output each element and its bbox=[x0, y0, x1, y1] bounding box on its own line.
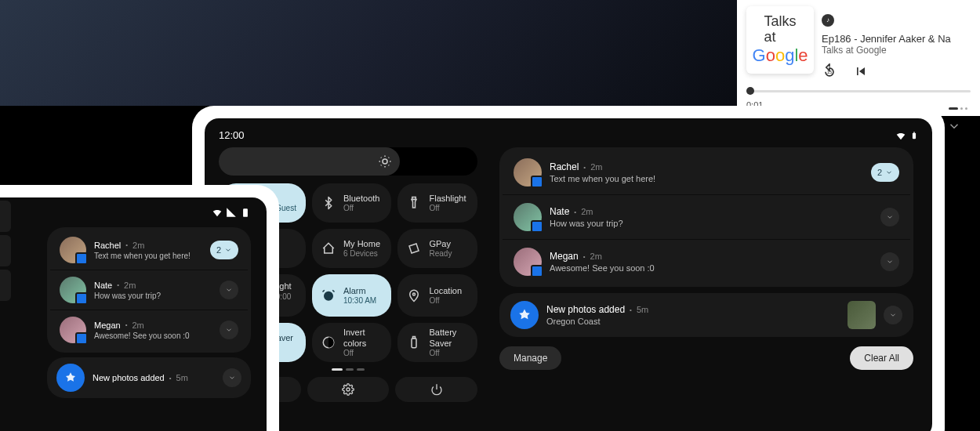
expand-toggle[interactable] bbox=[220, 321, 238, 339]
qs-tile-location[interactable]: LocationOff bbox=[397, 274, 477, 317]
invert-icon bbox=[321, 335, 336, 350]
brightness-icon bbox=[378, 154, 392, 168]
svg-point-12 bbox=[347, 388, 350, 391]
power-button[interactable] bbox=[395, 377, 477, 402]
bluetooth-icon bbox=[321, 196, 336, 210]
alarm-icon bbox=[321, 288, 336, 302]
qs-tile-gpay[interactable]: GPayReady bbox=[397, 229, 477, 268]
notif-title: New photos added bbox=[546, 304, 625, 315]
qs-tile-invert[interactable]: Invert colorsOff bbox=[312, 323, 392, 362]
qs-tile-home[interactable]: My Home6 Devices bbox=[312, 229, 392, 268]
home-icon bbox=[321, 241, 336, 255]
clear-all-button[interactable]: Clear All bbox=[850, 346, 913, 370]
svg-point-3 bbox=[383, 159, 387, 164]
message-notification[interactable]: Nate•2mHow was your trip? bbox=[50, 270, 248, 310]
expand-toggle[interactable] bbox=[880, 208, 899, 226]
media-album-art: Talksat Google bbox=[746, 6, 814, 74]
flashlight-icon bbox=[407, 196, 421, 210]
clock: 12:00 bbox=[219, 129, 245, 141]
qs-tile-alarm[interactable]: Alarm10:30 AM bbox=[312, 274, 392, 317]
phone-device: Rachel•2mText me when you get here!2Nate… bbox=[0, 185, 279, 431]
svg-rect-10 bbox=[412, 339, 416, 348]
messages-badge-icon bbox=[531, 220, 543, 233]
messages-badge-icon bbox=[531, 176, 543, 188]
status-bar: 12:00 bbox=[219, 129, 918, 141]
message-notification[interactable]: Megan•2mAwesome! See you soon :0 bbox=[50, 310, 248, 350]
battery-status-icon bbox=[910, 130, 918, 141]
media-pager bbox=[949, 107, 967, 110]
gpay-icon bbox=[407, 241, 421, 255]
qs-tile-battery[interactable]: Battery SaverOff bbox=[397, 323, 477, 362]
svg-point-7 bbox=[413, 293, 416, 295]
edge-tile[interactable] bbox=[0, 235, 11, 266]
svg-text:15: 15 bbox=[827, 70, 832, 74]
skip-previous-icon[interactable] bbox=[853, 63, 869, 79]
expand-toggle[interactable] bbox=[884, 306, 902, 324]
avatar bbox=[60, 237, 86, 263]
avatar bbox=[514, 203, 542, 231]
photos-notification[interactable]: New photos added • 5m Oregon Coast bbox=[499, 293, 913, 337]
avatar bbox=[60, 277, 86, 303]
avatar bbox=[514, 158, 542, 187]
media-player-card: Talksat Google ♪ Ep186 - Jennifer Aaker … bbox=[737, 0, 980, 116]
messages-badge-icon bbox=[75, 252, 88, 265]
svg-rect-2 bbox=[913, 132, 915, 132]
notif-time: 5m bbox=[637, 305, 648, 314]
expand-toggle[interactable] bbox=[223, 368, 241, 387]
wifi-status-icon bbox=[895, 130, 907, 141]
media-subtitle: Talks at Google bbox=[822, 45, 971, 56]
photos-app-icon bbox=[510, 301, 539, 329]
media-title: Ep186 - Jennifer Aaker & Na bbox=[822, 33, 971, 45]
left-edge-strip bbox=[0, 201, 11, 304]
avatar bbox=[514, 248, 542, 276]
messages-badge-icon bbox=[531, 265, 543, 277]
location-icon bbox=[407, 288, 421, 302]
photo-thumbnail bbox=[848, 301, 876, 329]
wifi-icon bbox=[212, 207, 223, 218]
message-notification[interactable]: Rachel•2mText me when you get here!2 bbox=[503, 150, 910, 195]
svg-rect-1 bbox=[913, 132, 916, 139]
expand-count-toggle[interactable]: 2 bbox=[210, 241, 238, 259]
media-progress-bar[interactable] bbox=[746, 90, 971, 92]
qs-tile-bluetooth[interactable]: BluetoothOff bbox=[312, 183, 392, 223]
messages-badge-icon bbox=[75, 332, 88, 345]
photos-app-icon bbox=[56, 364, 85, 392]
tablet-device: 12:00 Wi-FiGoogleGuestBluetoothOffFlashl… bbox=[192, 106, 945, 431]
manage-button[interactable]: Manage bbox=[499, 346, 561, 370]
chevron-down-icon[interactable] bbox=[947, 119, 961, 136]
rewind-15-icon[interactable]: 15 bbox=[822, 63, 837, 79]
expand-count-toggle[interactable]: 2 bbox=[871, 163, 899, 182]
message-notification[interactable]: Nate•2mHow was your trip? bbox=[503, 195, 910, 240]
messages-badge-icon bbox=[75, 292, 88, 305]
phone-photos-notification[interactable]: New photos added • 5m bbox=[47, 357, 251, 398]
notif-subtitle: Oregon Coast bbox=[546, 317, 840, 326]
battery-icon bbox=[240, 207, 251, 218]
message-notification[interactable]: Megan•2mAwesome! See you soon :0 bbox=[503, 240, 910, 284]
spotify-icon: ♪ bbox=[822, 14, 834, 27]
message-notification[interactable]: Rachel•2mText me when you get here!2 bbox=[50, 230, 248, 270]
signal-icon bbox=[226, 207, 237, 218]
avatar bbox=[60, 317, 86, 343]
battery-icon bbox=[407, 335, 421, 350]
notification-panel: Rachel•2mText me when you get here!2Nate… bbox=[499, 147, 918, 422]
expand-toggle[interactable] bbox=[880, 252, 899, 271]
edge-tile[interactable] bbox=[0, 201, 11, 232]
svg-rect-14 bbox=[243, 208, 248, 217]
brightness-slider[interactable] bbox=[219, 147, 477, 176]
expand-toggle[interactable] bbox=[220, 281, 238, 299]
qs-tile-flashlight[interactable]: FlashlightOff bbox=[397, 183, 477, 223]
settings-button[interactable] bbox=[307, 377, 390, 402]
phone-status-icons bbox=[0, 207, 257, 218]
svg-rect-11 bbox=[413, 337, 416, 339]
edge-tile[interactable] bbox=[0, 270, 11, 301]
